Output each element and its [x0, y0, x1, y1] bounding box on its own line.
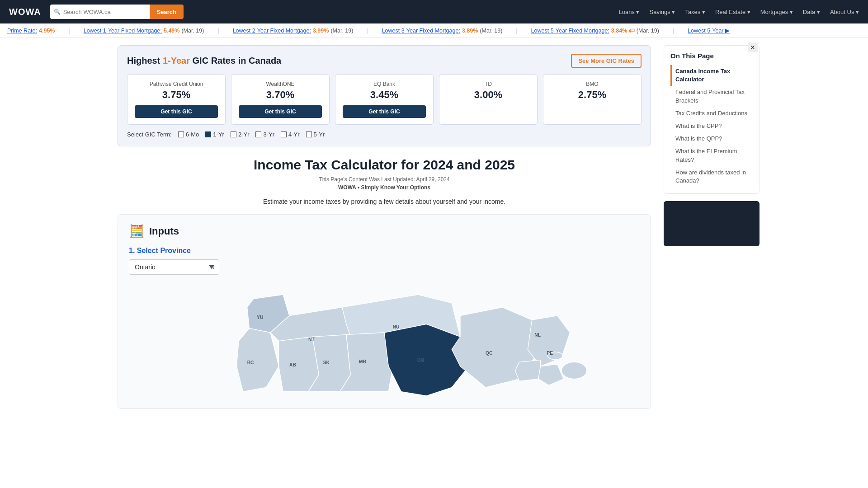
gic-cards: Pathwise Credit Union 3.75% Get this GIC…	[127, 74, 642, 125]
province-nb[interactable]	[515, 360, 540, 381]
ticker-3yr-rate: 3.89%	[462, 28, 478, 34]
nav-savings[interactable]: Savings ▾	[650, 9, 675, 15]
gic-term-6mo-label: 6-Mo	[186, 131, 199, 138]
search-form: 🔍 Search	[50, 5, 184, 19]
gic-get-button[interactable]: Get this GIC	[135, 105, 218, 118]
ticker-2yr: Lowest 2-Year Fixed Mortgage: 3.99% (Mar…	[233, 28, 354, 34]
province-select[interactable]: Ontario British Columbia Alberta Quebec …	[129, 259, 219, 275]
label-on: ON	[417, 358, 424, 363]
nav-realestate[interactable]: Real Estate ▾	[715, 9, 750, 15]
calc-last-updated: This Page's Content Was Last Updated: Ap…	[118, 176, 651, 183]
gic-term-2yr[interactable]: 2-Yr	[231, 131, 250, 138]
gic-term-2yr-label: 2-Yr	[238, 131, 250, 138]
toc-item-credits[interactable]: Tax Credits and Deductions	[670, 107, 753, 120]
label-nt: NT	[308, 337, 315, 342]
see-more-gic-button[interactable]: See More GIC Rates	[571, 54, 642, 68]
on-this-page-title: On This Page	[670, 52, 753, 60]
ticker-1yr-label[interactable]: Lowest 1-Year Fixed Mortgage:	[84, 28, 162, 34]
toc-item-dividends[interactable]: How are dividends taxed in Canada?	[670, 166, 753, 187]
ticker-prime-label[interactable]: Prime Rate:	[7, 28, 37, 34]
ticker-3yr-label[interactable]: Lowest 3-Year Fixed Mortgage:	[382, 28, 460, 34]
nav-about[interactable]: About Us ▾	[830, 9, 859, 15]
label-nl: NL	[534, 333, 541, 338]
toc-item-cpp[interactable]: What is the CPP?	[670, 120, 753, 132]
gic-get-button[interactable]: Get this GIC	[239, 105, 322, 118]
gic-term-3yr-label: 3-Yr	[263, 131, 274, 138]
gic-card-wealthone: WealthONE 3.70% Get this GIC	[231, 74, 330, 125]
search-input-wrapper: 🔍	[50, 5, 150, 19]
gic-bank-name: Pathwise Credit Union	[135, 81, 218, 87]
ticker-5yr: Lowest 5-Year Fixed Mortgage: 3.84% 🏷 (M…	[531, 28, 659, 34]
gic-bank-name: BMO	[551, 81, 634, 87]
province-select-wrapper: Ontario British Columbia Alberta Quebec …	[129, 259, 219, 275]
gic-rate-value: 3.00%	[447, 89, 530, 101]
search-input[interactable]	[63, 9, 145, 15]
ticker-5yr-date: (Mar. 19)	[637, 28, 659, 34]
gic-term-3yr[interactable]: 3-Yr	[255, 131, 274, 138]
nav-mortgages[interactable]: Mortgages ▾	[760, 9, 793, 15]
nav-loans[interactable]: Loans ▾	[618, 9, 639, 15]
label-bc: BC	[247, 360, 254, 365]
ticker-1yr-date: (Mar. 19)	[181, 28, 204, 34]
checkbox-1yr	[205, 131, 211, 137]
ticker-2yr-rate: 3.99%	[313, 28, 329, 34]
gic-bank-name: EQ Bank	[343, 81, 426, 87]
sidebar-ad	[664, 201, 760, 246]
province-bc[interactable]	[236, 328, 278, 392]
rate-ticker: Prime Rate: 4.95% | Lowest 1-Year Fixed …	[0, 23, 868, 38]
gic-get-button[interactable]: Get this GIC	[343, 105, 426, 118]
gic-card-td: TD 3.00%	[439, 74, 538, 125]
ticker-2yr-label[interactable]: Lowest 2-Year Fixed Mortgage:	[233, 28, 311, 34]
gic-title: Highest 1-Year GIC Rates in Canada	[127, 56, 281, 66]
province-ns[interactable]	[538, 364, 564, 385]
label-pe: PE	[547, 351, 553, 356]
label-qc: QC	[486, 351, 493, 356]
ticker-3yr: Lowest 3-Year Fixed Mortgage: 3.89% (Mar…	[382, 28, 503, 34]
inputs-section: 🧮 Inputs 1. Select Province Ontario Brit…	[118, 214, 651, 409]
inputs-icon: 🧮	[129, 224, 145, 239]
on-this-page-box: ✕ On This Page Canada Income Tax Calcula…	[664, 45, 760, 194]
gic-term-1yr-label: 1-Yr	[213, 131, 224, 138]
province-alberta[interactable]	[279, 337, 319, 391]
canada-map[interactable]: YU NT NU BC AB SK MB ON QC NL PE	[129, 282, 640, 399]
ticker-5yr-label[interactable]: Lowest 5-Year Fixed Mortgage:	[531, 28, 609, 34]
province-nl-island[interactable]	[561, 362, 587, 379]
label-nu: NU	[393, 324, 400, 329]
checkbox-4yr	[281, 131, 287, 137]
close-toc-button[interactable]: ✕	[748, 42, 758, 52]
calc-tagline: WOWA • Simply Know Your Options	[118, 184, 651, 191]
province-heading: 1. Select Province	[129, 247, 640, 255]
ticker-prime: Prime Rate: 4.95%	[7, 28, 55, 34]
search-icon: 🔍	[54, 9, 61, 15]
toc-item-ei[interactable]: What is the EI Premium Rates?	[670, 145, 753, 166]
canada-map-container: YU NT NU BC AB SK MB ON QC NL PE	[129, 282, 640, 399]
label-ab: AB	[289, 362, 296, 367]
site-logo[interactable]: WOWA	[9, 7, 41, 17]
gic-term-1yr[interactable]: 1-Yr	[205, 131, 224, 138]
gic-term-4yr[interactable]: 4-Yr	[281, 131, 300, 138]
nav-links: Loans ▾ Savings ▾ Taxes ▾ Real Estate ▾ …	[618, 9, 859, 15]
gic-term-6mo[interactable]: 6-Mo	[178, 131, 199, 138]
checkbox-3yr	[255, 131, 261, 137]
toc-item-brackets[interactable]: Federal and Provincial Tax Brackets	[670, 86, 753, 107]
gic-term-row: Select GIC Term: 6-Mo 1-Yr 2-Yr 3-Yr	[127, 131, 642, 138]
gic-box: Highest 1-Year GIC Rates in Canada See M…	[118, 45, 651, 146]
nav-data[interactable]: Data ▾	[803, 9, 820, 15]
ticker-1yr-rate: 5.49%	[164, 28, 179, 34]
gic-term-5yr-label: 5-Yr	[314, 131, 325, 138]
toc-item-calculator[interactable]: Canada Income Tax Calculator	[670, 65, 753, 86]
ticker-2yr-date: (Mar. 19)	[330, 28, 353, 34]
gic-rate-value: 3.45%	[343, 89, 426, 101]
search-button[interactable]: Search	[150, 5, 184, 19]
checkbox-6mo	[178, 131, 184, 137]
navbar: WOWA 🔍 Search Loans ▾ Savings ▾ Taxes ▾ …	[0, 0, 868, 23]
province-ontario[interactable]	[384, 324, 469, 396]
gic-term-4yr-label: 4-Yr	[288, 131, 300, 138]
gic-term-5yr[interactable]: 5-Yr	[306, 131, 325, 138]
nav-taxes[interactable]: Taxes ▾	[685, 9, 705, 15]
ticker-prime-rate: 4.95%	[39, 28, 55, 34]
gic-card-bmo: BMO 2.75%	[543, 74, 642, 125]
label-sk: SK	[323, 360, 330, 365]
ticker-5yr-extra-label[interactable]: Lowest 5-Year ▶	[688, 27, 730, 34]
toc-item-qpp[interactable]: What is the QPP?	[670, 132, 753, 145]
